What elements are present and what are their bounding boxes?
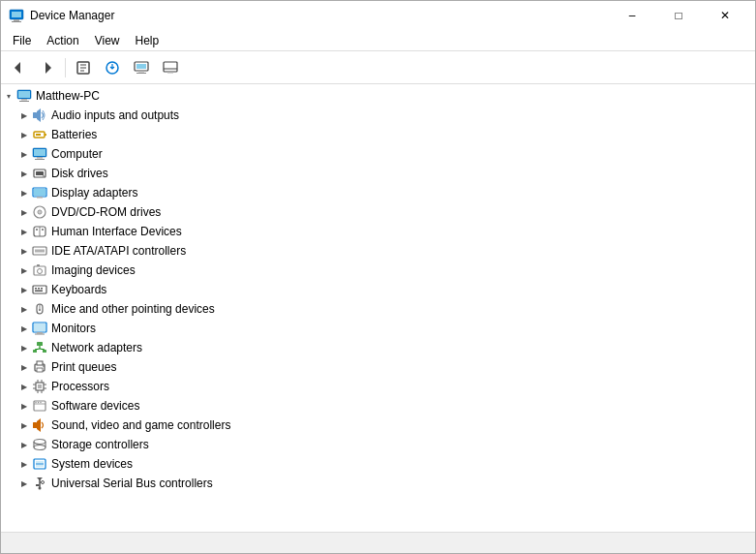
app-icon	[9, 8, 24, 23]
menu-help[interactable]: Help	[128, 30, 167, 51]
dvd-label: DVD/CD-ROM drives	[51, 205, 161, 219]
monitors-toggle[interactable]: ▶	[16, 321, 32, 336]
tree-item-usb[interactable]: ▶ Universal Serial Bus controllers	[1, 474, 755, 493]
print-toggle[interactable]: ▶	[16, 359, 32, 375]
system-toggle[interactable]: ▶	[16, 456, 32, 472]
tree-item-imaging[interactable]: ▶ Imaging devices	[1, 261, 755, 280]
svg-rect-3	[12, 21, 21, 22]
device-tree[interactable]: ▾ Matthew-PC ▶	[1, 84, 755, 532]
tree-item-sound[interactable]: ▶ Sound, video and game controllers	[1, 416, 755, 435]
tree-item-software[interactable]: ▶ Software devices	[1, 396, 755, 416]
display-toggle[interactable]: ▶	[16, 185, 32, 200]
audio-label: Audio inputs and outputs	[51, 108, 179, 122]
svg-rect-68	[37, 361, 43, 365]
tree-item-audio[interactable]: ▶ Audio inputs and outputs	[1, 106, 755, 125]
tree-item-computer[interactable]: ▶ Computer	[1, 144, 755, 164]
imaging-toggle[interactable]: ▶	[16, 262, 32, 278]
forward-button[interactable]	[34, 54, 61, 81]
svg-point-91	[34, 446, 45, 450]
tree-item-system[interactable]: ▶ System devices	[1, 454, 755, 474]
disk-toggle[interactable]: ▶	[16, 166, 32, 181]
batteries-icon	[32, 127, 47, 142]
keyboards-icon	[32, 282, 47, 297]
imaging-label: Imaging devices	[51, 263, 136, 277]
tree-item-monitors[interactable]: ▶ Monitors	[1, 319, 755, 338]
maximize-button[interactable]: □	[656, 1, 701, 30]
svg-rect-28	[37, 157, 43, 159]
tree-item-batteries[interactable]: ▶ Batteries	[1, 125, 755, 144]
disk-icon	[32, 166, 47, 181]
device-manager-button[interactable]	[128, 54, 155, 81]
svg-rect-14	[136, 73, 146, 74]
update-driver-button[interactable]	[99, 54, 126, 81]
storage-toggle[interactable]: ▶	[16, 437, 32, 452]
batteries-toggle[interactable]: ▶	[16, 127, 32, 142]
tree-item-ide[interactable]: ▶ IDE ATA/ATAPI controllers	[1, 241, 755, 261]
menu-action[interactable]: Action	[39, 30, 86, 51]
root-toggle[interactable]: ▾	[1, 88, 16, 104]
svg-rect-58	[34, 323, 45, 331]
svg-point-47	[38, 269, 43, 274]
monitors-label: Monitors	[51, 322, 96, 335]
svg-line-66	[40, 349, 45, 350]
tree-item-mice[interactable]: ▶ Mice and other pointing devices	[1, 299, 755, 319]
computer-icon2	[32, 146, 47, 162]
device-manager-window: Device Manager – □ ✕ File Action View He…	[0, 0, 756, 554]
computer-toggle[interactable]: ▶	[16, 146, 32, 162]
title-bar: Device Manager – □ ✕	[1, 1, 755, 30]
software-label: Software devices	[51, 399, 139, 413]
tree-item-hid[interactable]: ▶ Human Interface Devices	[1, 222, 755, 241]
tree-item-disk[interactable]: ▶ Disk drives	[1, 164, 755, 183]
monitor-button[interactable]	[157, 54, 184, 81]
svg-marker-4	[15, 62, 20, 74]
display-icon	[32, 185, 47, 200]
processors-label: Processors	[51, 380, 109, 393]
title-bar-controls: – □ ✕	[610, 1, 747, 30]
svg-point-56	[39, 309, 41, 311]
dvd-toggle[interactable]: ▶	[16, 204, 32, 220]
keyboards-toggle[interactable]: ▶	[16, 282, 32, 297]
monitors-icon	[32, 321, 47, 336]
close-button[interactable]: ✕	[703, 1, 747, 30]
sound-toggle[interactable]: ▶	[16, 417, 32, 433]
ide-toggle[interactable]: ▶	[16, 243, 32, 259]
menu-file[interactable]: File	[5, 30, 39, 51]
network-toggle[interactable]: ▶	[16, 340, 32, 355]
back-button[interactable]	[5, 54, 32, 81]
imaging-icon	[32, 262, 47, 278]
properties-button[interactable]	[70, 54, 97, 81]
svg-point-70	[43, 365, 45, 367]
system-label: System devices	[51, 457, 133, 471]
tree-item-keyboards[interactable]: ▶ Keyboards	[1, 280, 755, 299]
menu-view[interactable]: View	[87, 30, 128, 51]
menu-bar: File Action View Help	[1, 30, 755, 51]
tree-item-network[interactable]: ▶ Network adapters	[1, 338, 755, 357]
processors-toggle[interactable]: ▶	[16, 379, 32, 394]
svg-rect-53	[35, 291, 43, 292]
tree-item-display[interactable]: ▶ Display adapters	[1, 183, 755, 202]
tree-item-storage[interactable]: ▶ Storage controllers	[1, 435, 755, 454]
svg-rect-49	[33, 286, 46, 293]
print-icon	[32, 359, 47, 375]
hid-toggle[interactable]: ▶	[16, 224, 32, 239]
svg-rect-59	[37, 332, 43, 334]
tree-root[interactable]: ▾ Matthew-PC	[1, 86, 755, 106]
minimize-button[interactable]: –	[610, 1, 654, 30]
disk-label: Disk drives	[51, 167, 108, 180]
software-toggle[interactable]: ▶	[16, 398, 32, 414]
print-label: Print queues	[51, 360, 116, 374]
svg-rect-12	[136, 64, 146, 69]
audio-toggle[interactable]: ▶	[16, 108, 32, 123]
mice-toggle[interactable]: ▶	[16, 301, 32, 317]
svg-rect-27	[34, 149, 45, 156]
svg-point-83	[35, 402, 36, 403]
tree-item-print[interactable]: ▶ Print queues	[1, 357, 755, 377]
tree-item-dvd[interactable]: ▶ DVD/CD-ROM drives	[1, 202, 755, 222]
usb-toggle[interactable]: ▶	[16, 476, 32, 491]
svg-rect-51	[38, 288, 40, 290]
svg-marker-96	[37, 477, 43, 480]
tree-item-processors[interactable]: ▶ Processors	[1, 377, 755, 396]
svg-rect-2	[14, 19, 19, 21]
svg-rect-48	[37, 264, 40, 266]
display-label: Display adapters	[51, 186, 137, 200]
